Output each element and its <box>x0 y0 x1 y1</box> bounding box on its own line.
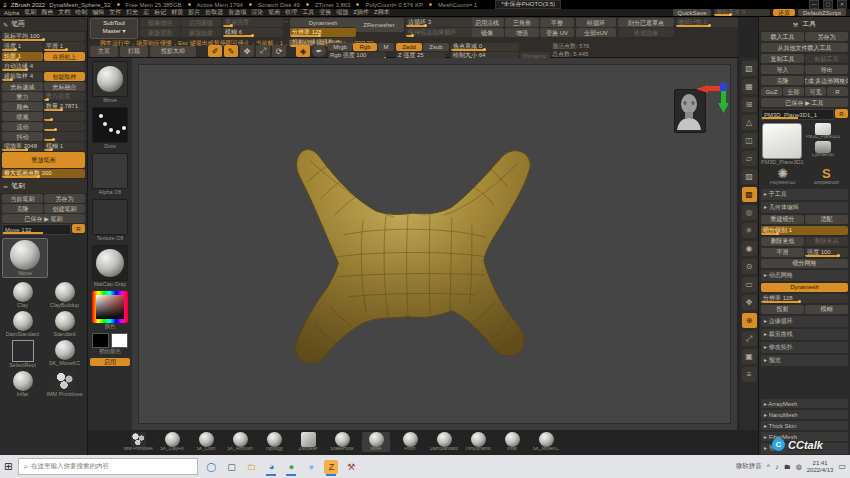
local-symmetry-icon[interactable]: ◫ <box>742 133 757 148</box>
button[interactable]: 启用法线 <box>470 18 504 27</box>
quick-brush-SnakeHook[interactable]: SnakeHook <box>328 432 356 452</box>
close-button[interactable]: ✕ <box>837 0 847 9</box>
task-view-icon[interactable]: ▢ <box>224 460 238 474</box>
button[interactable]: 蒙版背面 <box>140 28 180 37</box>
taskbar-clock[interactable]: 21:412022/4/13 <box>807 460 834 474</box>
button[interactable]: 灯箱 <box>120 46 148 57</box>
notification-icon[interactable]: ▭ <box>838 462 846 471</box>
slider-handle[interactable] <box>411 34 414 37</box>
slider[interactable]: 细分级别 1 <box>761 226 848 235</box>
button[interactable]: 变换 UV <box>540 28 574 37</box>
menu-item-工具[interactable]: 工具 <box>302 8 314 17</box>
mode-旋转-button[interactable]: ⟳ <box>272 45 286 57</box>
texture-selector[interactable]: Texture Off <box>92 199 128 241</box>
alpha-selector[interactable]: Alpha Off <box>92 153 128 195</box>
button[interactable]: 蒙版轮廓 <box>181 28 221 37</box>
button[interactable]: 导出 <box>805 65 848 74</box>
sculptris-pro-button[interactable]: ◈ <box>296 45 310 57</box>
brush-selector-dropdown[interactable]: Move 132 <box>2 224 71 235</box>
brush-cell[interactable]: Clay <box>2 281 43 309</box>
menu-item-缩放[interactable]: 缩放 <box>336 8 348 17</box>
slider[interactable]: 轮廓 1 <box>2 52 43 61</box>
menu-item-灯光[interactable]: 灯光 <box>126 8 138 17</box>
zbrush-icon[interactable]: Z <box>324 460 338 474</box>
subpalette-header-0[interactable]: ▸ 子工具 <box>761 189 848 200</box>
button[interactable]: 组循环 <box>576 18 616 27</box>
quick-brush-Topology[interactable]: Topology <box>260 432 288 452</box>
brush-cell[interactable]: Inflat <box>2 370 43 398</box>
slider[interactable]: 撤销历史 0 <box>714 9 770 16</box>
button[interactable]: Zadd <box>396 43 422 51</box>
button[interactable]: 另存为 <box>805 32 848 41</box>
ime-indicator[interactable]: 微软拼音 <box>736 462 762 471</box>
tool-thumb[interactable]: Cylinder3D <box>812 141 834 158</box>
menu-item-颜色[interactable]: 颜色 <box>41 8 53 17</box>
quick-brush-SK_ClayFill[interactable]: SK_ClayFill <box>158 432 186 452</box>
big-thumb-col[interactable]: PM3D_Plane3D1 <box>761 123 804 165</box>
stroke-type-selector[interactable]: Dots <box>92 107 128 149</box>
button[interactable]: 模糊 <box>805 305 848 314</box>
slider[interactable]: 超前取样 4 <box>2 72 43 81</box>
subpalette-header-6[interactable]: ▸ 预览 <box>761 355 848 366</box>
button[interactable]: Dynamesh <box>290 18 356 27</box>
slider-handle[interactable] <box>50 118 53 121</box>
button[interactable]: 已保存 ▶ 笔刷 <box>2 214 85 223</box>
mode-绘制-button[interactable]: ✎ <box>224 45 238 57</box>
slider-handle[interactable] <box>42 38 45 41</box>
quick-brush-Pinch[interactable]: Pinch <box>396 432 424 452</box>
button[interactable]: 可见 <box>805 87 826 96</box>
point-selection-icon[interactable]: ⊙ <box>742 259 757 274</box>
slider[interactable] <box>44 132 85 141</box>
stroke-palette-header[interactable]: ✎笔画 <box>0 17 87 31</box>
slider[interactable]: 自动边缘 4 <box>2 62 85 71</box>
button[interactable]: 投影大师 <box>150 46 196 57</box>
SimpleBrush-tool[interactable]: SSimpleBrush <box>813 167 839 186</box>
slider[interactable]: 焦点衰减 0 <box>451 43 519 51</box>
menu-item-Z插件[interactable]: Z插件 <box>353 8 369 17</box>
mode-编辑-button[interactable]: ✐ <box>208 45 222 57</box>
slider[interactable]: 重力强度 <box>44 92 85 101</box>
subpalette-header-5[interactable]: ▸ 修改拓扑 <box>761 342 848 353</box>
slider[interactable]: 边循环 3 <box>406 18 472 27</box>
edge-icon[interactable]: ◕ <box>264 460 278 474</box>
button[interactable]: 复制工具 <box>761 54 804 63</box>
subpalette-header-3[interactable]: ▸ 边缘循环 <box>761 316 848 327</box>
quick-brush-SK_Cloth[interactable]: SK_Cloth <box>192 432 220 452</box>
systray-icon[interactable]: ♪ <box>775 463 779 470</box>
button[interactable]: R <box>72 224 85 233</box>
slider[interactable]: 衰减强度 <box>223 18 283 27</box>
button[interactable]: DefaultZScript <box>798 9 846 16</box>
slider[interactable] <box>44 122 85 131</box>
move-canvas-icon[interactable]: ✥ <box>742 295 757 310</box>
slider-handle[interactable] <box>65 48 68 51</box>
brush-cell[interactable]: SelectRect <box>2 339 43 369</box>
slider[interactable]: 撤销计数 0 <box>676 18 738 27</box>
button[interactable]: 剖分已遮罩点 <box>618 18 674 27</box>
systray-icon[interactable]: 🖿 <box>784 463 791 470</box>
xpose-icon[interactable]: ✳ <box>742 223 757 238</box>
slider[interactable]: 最大笔画点数 200 <box>2 169 85 178</box>
slider[interactable]: 模糊 6 <box>223 28 283 37</box>
recording-tab[interactable]: *未保存PHOTO(3:5) <box>495 0 561 9</box>
button[interactable]: 平整 <box>540 18 574 27</box>
menu-item-渲染[interactable]: 渲染 <box>251 8 263 17</box>
menu-item-拾取器[interactable]: 拾取器 <box>205 8 223 17</box>
ghost-transparency-icon[interactable]: ▨ <box>742 169 757 184</box>
slider-handle[interactable] <box>251 34 254 37</box>
brush-cell[interactable]: ClayBuildup <box>44 281 85 309</box>
start-button[interactable]: ⊞ <box>4 461 12 472</box>
systray-icon[interactable]: ◍ <box>796 463 802 471</box>
floor-grid-icon[interactable]: ⊞ <box>742 97 757 112</box>
button[interactable]: R <box>827 87 848 96</box>
button[interactable]: 光标递减 <box>2 82 43 91</box>
button[interactable]: Zsub <box>423 43 449 51</box>
file-explorer-icon[interactable]: 🗀 <box>244 460 258 474</box>
frame-mesh-icon[interactable]: ▭ <box>742 277 757 292</box>
button[interactable]: 启用 <box>90 358 130 366</box>
button[interactable]: 主页 <box>90 46 118 57</box>
menu-item-Z脚本[interactable]: Z脚本 <box>374 8 390 17</box>
mode-缩放-button[interactable]: ⤢ <box>256 45 270 57</box>
scale-canvas-icon[interactable]: ⤢ <box>742 331 757 346</box>
menu-item-笔画[interactable]: 笔画 <box>268 8 280 17</box>
button[interactable]: 删除更低 <box>761 237 804 246</box>
